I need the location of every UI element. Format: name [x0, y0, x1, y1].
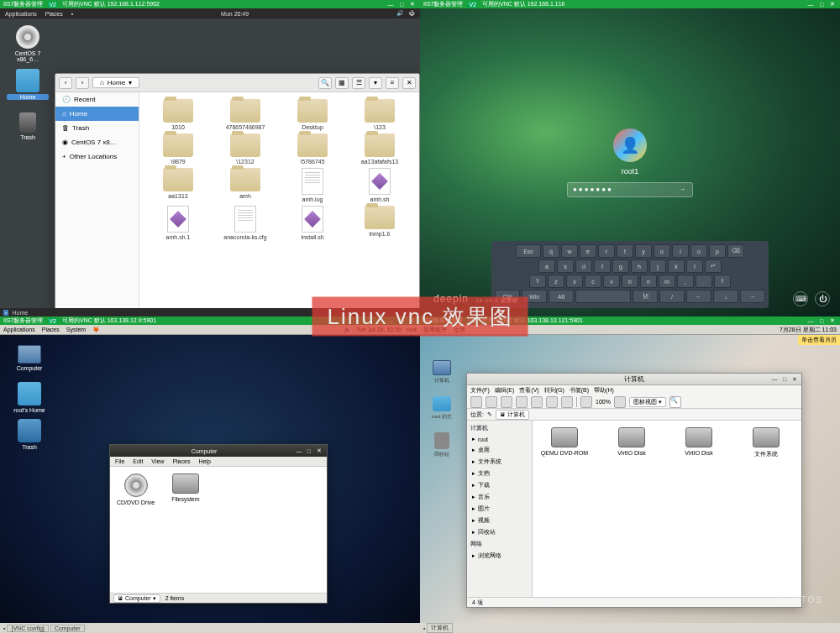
terminal-icon[interactable]: ▪ — [71, 11, 73, 17]
keyboard-key[interactable]: y — [635, 244, 652, 258]
keyboard-key[interactable]: ⇧ — [529, 275, 546, 288]
minimize-button[interactable]: — — [386, 1, 395, 8]
keyboard-key[interactable]: f — [594, 259, 611, 273]
keyboard-key[interactable]: i — [672, 244, 689, 258]
trash-desktop-icon[interactable]: Trash — [7, 419, 52, 450]
menu-item[interactable]: 文件(F) — [470, 386, 490, 395]
menu-file[interactable]: File — [115, 458, 124, 464]
breadcrumb[interactable]: ⌂ Home ▾ — [92, 77, 139, 88]
sidebar-item[interactable]: ▸文档 — [467, 468, 532, 479]
sidebar-item[interactable]: ▸音乐 — [467, 491, 532, 503]
clock[interactable]: Mon 20:49 — [221, 11, 249, 17]
search-button[interactable]: 🔍 — [318, 77, 332, 89]
show-desktop-icon[interactable]: ▪ — [3, 625, 5, 631]
password-input[interactable]: ●●●●●●● → — [567, 182, 693, 197]
icon-view-button[interactable]: ▦ — [335, 77, 349, 89]
taskbar-home[interactable]: Home — [12, 310, 28, 316]
keyboard-key[interactable]: g — [612, 259, 629, 273]
home-desktop-icon[interactable]: Home — [7, 69, 49, 100]
keyboard-key[interactable]: u — [654, 244, 670, 258]
menu-item[interactable]: 书签(B) — [570, 386, 589, 395]
cd-desktop-icon[interactable]: CentOS 7 x86_6… — [7, 25, 49, 62]
file-item[interactable]: \12312 — [213, 133, 277, 165]
keyboard-key[interactable]: k — [668, 259, 685, 273]
keyboard-key-left[interactable]: ← — [686, 290, 711, 303]
keyboard-key[interactable]: ↵ — [705, 259, 722, 273]
keyboard-key[interactable]: . — [696, 275, 712, 288]
sidebar-item-other[interactable]: +Other Locations — [55, 149, 139, 164]
keyboard-key[interactable]: ⌫ — [727, 244, 744, 258]
view-selector[interactable]: 图标视图 ▾ — [629, 397, 666, 407]
places-menu[interactable]: Places — [45, 11, 63, 17]
file-item[interactable]: install.sh — [281, 206, 344, 240]
file-item[interactable]: \5786745 — [281, 133, 344, 165]
sidebar-item-home[interactable]: ⌂Home — [55, 107, 139, 121]
hamburger-button[interactable]: ≡ — [386, 77, 399, 89]
location-dropdown[interactable]: 🖥 Computer ▾ — [113, 594, 160, 603]
maximize-button[interactable]: □ — [817, 317, 826, 324]
firefox-icon[interactable]: 🦊 — [92, 327, 100, 333]
power-button[interactable]: ⏻ — [815, 291, 830, 306]
sidebar-item-cd[interactable]: ◉CentOS 7 x8… — [55, 135, 139, 149]
stop-button[interactable] — [516, 396, 528, 408]
file-item[interactable]: anaconda-ks.cfg — [213, 206, 277, 240]
keyboard-key[interactable]: Esc — [516, 244, 541, 258]
keyboard-key-alt2[interactable]: 切 — [633, 290, 658, 303]
taskbar-computer[interactable]: Computer — [50, 625, 85, 632]
maximize-button[interactable]: □ — [780, 376, 789, 383]
menu-edit[interactable]: Edit — [133, 458, 143, 464]
dropdown-button[interactable]: ▾ — [369, 77, 382, 89]
close-window-button[interactable]: ✕ — [402, 77, 416, 89]
applications-menu[interactable]: Applications — [3, 327, 35, 333]
file-item[interactable]: \9879 — [146, 133, 210, 165]
keyboard-key[interactable]: a — [538, 259, 555, 273]
file-item[interactable]: 478657486987 — [213, 99, 277, 130]
minimize-button[interactable]: — — [806, 317, 815, 324]
keyboard-key[interactable]: s — [557, 259, 574, 273]
file-item[interactable]: aa13afafafs13 — [348, 133, 412, 165]
cd-drive-item[interactable]: CD/DVD Drive — [117, 473, 155, 505]
volume-icon[interactable]: 🔊 — [396, 10, 404, 17]
keyboard-key[interactable]: x — [566, 275, 583, 288]
keyboard-key[interactable]: w — [561, 244, 578, 258]
show-desktop-icon[interactable]: ▪ — [423, 625, 425, 631]
file-item[interactable]: amh.sh — [348, 168, 412, 202]
forward-button[interactable]: › — [76, 77, 89, 89]
sidebar-item[interactable]: ▸桌面 — [467, 444, 532, 456]
show-desktop-icon[interactable]: ▪ — [3, 310, 8, 316]
reload-button[interactable] — [531, 396, 543, 408]
clock[interactable]: 7月28日 星期二 11:03 — [780, 326, 837, 334]
keyboard-key-slash[interactable]: / — [659, 290, 685, 303]
computer-button[interactable] — [561, 396, 573, 408]
keyboard-key[interactable]: r — [598, 244, 615, 258]
trash-desktop-icon[interactable]: Trash — [7, 112, 49, 140]
sidebar-item[interactable]: ▸图片 — [467, 503, 532, 515]
filesystem-item[interactable]: Filesystem — [171, 473, 199, 502]
keyboard-key[interactable]: , — [677, 275, 694, 288]
menu-item[interactable]: 编辑(E) — [495, 386, 514, 395]
file-item[interactable]: lnmp1.6 — [348, 206, 412, 240]
taskbar-vnc-config[interactable]: [VNC config] — [7, 625, 48, 632]
sidebar-item-recent[interactable]: 🕘Recent — [55, 92, 139, 107]
sidebar-item[interactable]: ▸下载 — [467, 479, 532, 491]
maximize-button[interactable]: □ — [305, 447, 313, 454]
sidebar-item[interactable]: ▸浏览网络 — [467, 550, 532, 562]
maximize-button[interactable]: □ — [817, 1, 826, 8]
sidebar-item[interactable]: ▸root — [467, 434, 532, 444]
keyboard-key[interactable]: ⇧ — [714, 275, 731, 288]
keyboard-key[interactable]: v — [603, 275, 620, 288]
keyboard-key[interactable]: l — [686, 259, 703, 273]
sidebar-item-trash[interactable]: 🗑Trash — [55, 121, 139, 135]
drive-item[interactable]: 文件系统 — [741, 427, 791, 458]
user-avatar[interactable]: 👤 — [613, 128, 647, 162]
keyboard-key-down[interactable]: ↓ — [713, 290, 738, 303]
location-toggle-icon[interactable]: ✎ — [487, 411, 492, 418]
taskbar-computer[interactable]: 计算机 — [427, 623, 453, 633]
keyboard-key[interactable]: c — [585, 275, 601, 288]
zoom-in-button[interactable] — [614, 396, 626, 408]
minimize-button[interactable]: — — [770, 376, 779, 383]
maximize-button[interactable]: □ — [397, 1, 406, 8]
keyboard-key[interactable]: d — [575, 259, 592, 273]
keyboard-key[interactable]: t — [617, 244, 633, 258]
drive-item[interactable]: VirtIO Disk — [606, 427, 657, 456]
